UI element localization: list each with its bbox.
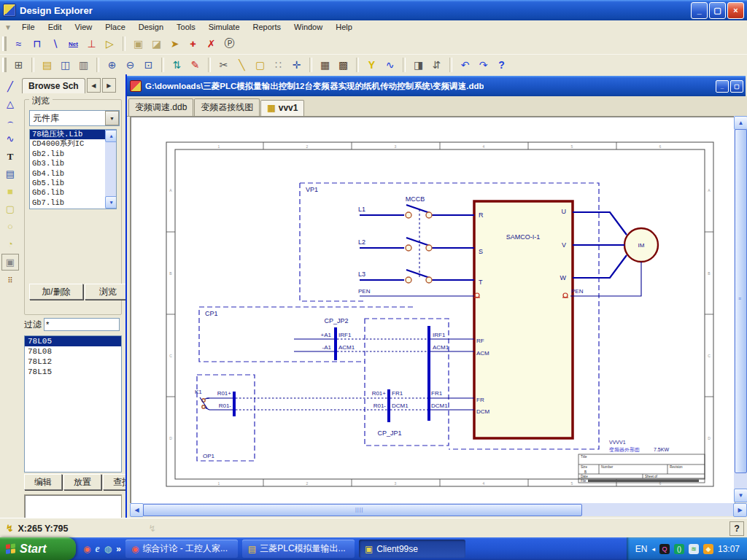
net-label-icon[interactable]: Net <box>64 35 82 52</box>
start-button[interactable]: Start <box>0 537 76 560</box>
combo-dropdown-icon[interactable]: ▼ <box>105 111 119 125</box>
toolbar-grip[interactable] <box>2 58 7 72</box>
list-item[interactable]: Gb4.lib <box>30 169 116 179</box>
add-remove-button[interactable]: 加/删除 <box>29 284 83 300</box>
menu-edit[interactable]: Edit <box>42 22 68 32</box>
vertical-scroll-thumb[interactable]: ≡ <box>735 129 747 473</box>
annotate-icon[interactable]: ⇵ <box>427 56 446 74</box>
menu-window[interactable]: Window <box>288 22 328 32</box>
junction-icon[interactable]: ✚ <box>184 35 202 52</box>
quick-launch-ie-icon[interactable]: e <box>95 543 99 555</box>
scroll-down-icon[interactable]: ▼ <box>734 489 747 502</box>
port-icon[interactable]: ➤ <box>166 35 184 52</box>
wire-icon[interactable]: ≈ <box>9 35 28 52</box>
drag-wire-icon[interactable]: ╲ <box>233 56 251 74</box>
quick-launch-more-icon[interactable]: » <box>116 544 121 554</box>
schematic-canvas[interactable]: 1 2 3 4 5 6 1 2 3 4 5 6 A B C D A B C D <box>130 116 735 504</box>
minimize-button[interactable]: _ <box>691 2 708 19</box>
list-item[interactable]: 78L12 <box>25 357 121 367</box>
browse-button[interactable]: 浏览 <box>85 284 131 300</box>
list-item[interactable]: 78L15 <box>25 367 121 377</box>
menu-design[interactable]: Design <box>133 22 169 32</box>
sheet-entry-icon[interactable]: ◪ <box>147 35 166 52</box>
app-titlebar[interactable]: Design Explorer _ ▢ × <box>0 0 747 20</box>
arc-icon[interactable]: ⌢ <box>2 114 18 129</box>
explorer-icon[interactable]: ⊞ <box>9 56 28 74</box>
edit-button[interactable]: 编辑 <box>24 474 62 490</box>
status-help-button[interactable]: ? <box>729 521 744 536</box>
ellipse-icon[interactable]: ○ <box>2 219 18 234</box>
filter-input[interactable] <box>44 318 120 331</box>
redo-icon[interactable]: ↷ <box>474 56 492 74</box>
move-icon[interactable]: ∷ <box>269 56 287 74</box>
language-indicator[interactable]: EN <box>635 544 648 554</box>
horizontal-scrollbar[interactable]: ◀ |||| ▶ <box>130 503 747 516</box>
array-icon[interactable]: ⠿ <box>2 273 18 288</box>
bus-icon[interactable]: ⊓ <box>28 35 46 52</box>
library-icon[interactable]: ◨ <box>409 56 427 74</box>
qq-penguin-icon[interactable]: Q <box>659 544 670 554</box>
bus-entry-icon[interactable]: ∖ <box>46 35 64 52</box>
tray-collapse-icon[interactable]: ◂ <box>651 545 655 553</box>
document-titlebar[interactable]: G:\downloads\三菱PLC模拟量输出控制12台变频器实现的纸机传动控制… <box>127 76 746 96</box>
doc-minimize-button[interactable]: _ <box>716 80 729 93</box>
cross-icon[interactable]: ✛ <box>287 56 306 74</box>
panel-right-arrow[interactable]: ▶ <box>102 78 116 93</box>
list-item[interactable]: 78稳压块.Lib <box>30 130 109 139</box>
menu-reports[interactable]: Reports <box>247 22 287 32</box>
zoom-out-icon[interactable]: ⊖ <box>121 56 139 74</box>
list-item[interactable]: CD4000系列IC <box>30 139 116 149</box>
network-monitor-icon[interactable]: ≋ <box>689 544 699 554</box>
power-port-icon[interactable]: ⊥ <box>82 35 101 52</box>
no-erc-icon[interactable]: ✗ <box>202 35 220 52</box>
fit-document-icon[interactable]: ⇅ <box>168 56 186 74</box>
rectangle-icon[interactable]: ■ <box>2 184 18 199</box>
sheet-symbol-icon[interactable]: ▣ <box>129 35 147 52</box>
zoom-area-icon[interactable]: ⊡ <box>139 56 158 74</box>
part-icon[interactable]: ▷ <box>101 35 119 52</box>
save-icon[interactable]: ◫ <box>56 56 74 74</box>
line-icon[interactable]: ╱ <box>2 79 18 94</box>
zoom-in-icon[interactable]: ⊕ <box>103 56 121 74</box>
tab-browse-sch[interactable]: Browse Sch <box>22 78 85 93</box>
open-icon[interactable]: ▤ <box>38 56 56 74</box>
tab-document-1[interactable]: 变频调速.ddb <box>128 98 193 116</box>
taskbar-item-client99se[interactable]: ▣ Client99se <box>359 540 465 558</box>
menu-simulate[interactable]: Simulate <box>203 22 246 32</box>
list-item[interactable]: Gb6.lib <box>30 188 116 198</box>
undo-icon[interactable]: ↶ <box>456 56 474 74</box>
menu-view[interactable]: View <box>69 22 98 32</box>
text-frame-icon[interactable]: ▤ <box>2 166 18 182</box>
scroll-up-icon[interactable]: ▲ <box>105 130 117 142</box>
library-mode-select[interactable]: 元件库 ▼ <box>29 110 120 126</box>
list-item[interactable]: Gb7.lib <box>30 198 116 208</box>
taskbar-item-folder[interactable]: ▤ 三菱PLC模拟量输出... <box>242 540 355 558</box>
layer-stack-icon[interactable]: ▩ <box>334 56 352 74</box>
round-rectangle-icon[interactable]: ▢ <box>2 201 18 217</box>
quick-launch-globe-icon[interactable]: ◍ <box>104 544 112 554</box>
component-list[interactable]: 78L05 78L08 78L12 78L15 <box>24 335 122 472</box>
menu-place[interactable]: Place <box>99 22 131 32</box>
menu-tools[interactable]: Tools <box>171 22 201 32</box>
quick-launch-browser-icon[interactable]: ◉ <box>83 544 90 554</box>
print-icon[interactable]: ▥ <box>74 56 93 74</box>
list-item[interactable]: Gb5.lib <box>30 179 116 188</box>
uc-client-icon[interactable]: () <box>674 544 684 554</box>
menu-help[interactable]: Help <box>330 22 358 32</box>
help-icon[interactable]: ? <box>492 56 511 74</box>
doc-restore-button[interactable]: ▢ <box>730 80 743 93</box>
scroll-down-icon[interactable]: ▼ <box>105 196 117 209</box>
library-list[interactable]: 78稳压块.Lib CD4000系列IC Gb2.lib Gb3.lib Gb4… <box>29 129 117 209</box>
toolbar-grip[interactable] <box>2 36 7 51</box>
curve-icon[interactable]: ∿ <box>2 131 18 147</box>
horizontal-scroll-thumb[interactable]: |||| <box>143 504 582 516</box>
library-list-scrollbar[interactable]: ▲ ▼ <box>105 130 116 209</box>
pcb-rule-icon[interactable]: Ⓟ <box>220 35 239 52</box>
list-item[interactable]: Gb3.lib <box>30 159 116 168</box>
clock[interactable]: 13:07 <box>718 544 740 554</box>
scroll-up-icon[interactable]: ▲ <box>734 116 747 130</box>
text-icon[interactable]: T <box>2 149 18 164</box>
list-item[interactable]: Gb2.lib <box>30 149 116 159</box>
menu-file[interactable]: File <box>16 22 41 32</box>
taskbar-item-forum[interactable]: ◉ 综合讨论 - 工控人家... <box>125 540 238 558</box>
